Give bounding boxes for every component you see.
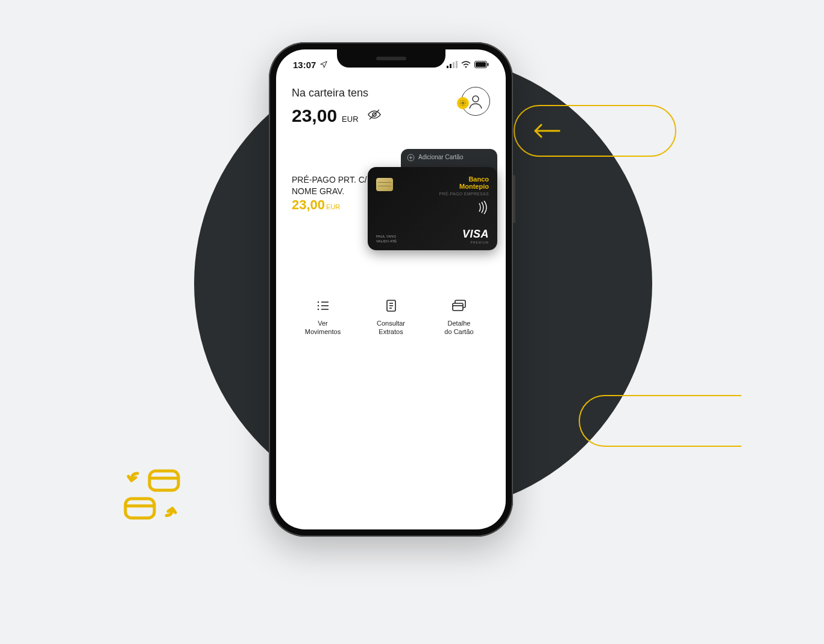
card-network-sub: PREMIUM — [462, 241, 489, 244]
cards-icon — [451, 298, 467, 313]
action-label: Detalhe — [448, 320, 471, 327]
action-label-2: do Cartão — [444, 328, 473, 335]
svg-rect-11 — [488, 63, 489, 66]
wifi-icon — [461, 61, 471, 68]
svg-rect-30 — [453, 303, 463, 311]
svg-rect-4 — [447, 66, 448, 68]
svg-rect-5 — [450, 64, 451, 68]
svg-rect-2 — [125, 499, 154, 518]
card-visual[interactable]: Banco Montepio PRÉ-PAGO EMPRESAS PAUL YA… — [368, 167, 497, 250]
contactless-icon — [478, 201, 489, 214]
svg-point-14 — [473, 96, 479, 102]
card-amount-currency: EUR — [326, 203, 340, 210]
add-card-label: Adicionar Cartão — [418, 154, 463, 160]
svg-point-20 — [317, 305, 318, 306]
card-brand-sub: PRÉ-PAGO EMPRESAS — [439, 192, 489, 196]
battery-icon — [474, 61, 489, 68]
callout-pill-bottom — [579, 395, 741, 447]
phone-screen: 13:07 Na carteira tens 23,00 EUR — [276, 49, 506, 529]
status-time: 13:07 — [293, 60, 316, 70]
phone-notch — [337, 49, 445, 68]
card-holder-line1: PAUL YANG — [376, 235, 397, 239]
profile-button[interactable] — [461, 87, 490, 116]
svg-rect-6 — [453, 62, 454, 68]
callout-pill-top — [514, 105, 676, 157]
plus-circle-icon — [407, 154, 415, 162]
action-label: Consultar — [377, 320, 405, 327]
card-chip-icon — [376, 178, 393, 191]
gear-icon — [459, 99, 467, 107]
action-label-2: Extratos — [379, 328, 403, 335]
action-card-details[interactable]: Detalhedo Cartão — [432, 298, 486, 336]
location-icon — [319, 60, 328, 69]
arrow-left-icon — [533, 122, 561, 139]
svg-point-19 — [317, 301, 318, 303]
svg-point-21 — [317, 309, 318, 310]
action-label: Ver — [318, 320, 328, 327]
svg-rect-0 — [149, 471, 178, 490]
card-network: VISA — [462, 228, 489, 241]
card-brand-line2: Montepio — [439, 183, 489, 190]
wallet-currency: EUR — [342, 115, 358, 124]
svg-rect-10 — [476, 62, 486, 67]
settings-badge[interactable] — [457, 97, 469, 109]
action-label-2: Movimentos — [305, 328, 341, 335]
card-holder-line2: VALIDO ATÉ — [376, 239, 397, 244]
wallet-amount: 23,00 — [292, 106, 337, 126]
phone-side-button — [513, 175, 515, 223]
card-amount: 23,00 — [292, 197, 325, 212]
toggle-visibility-button[interactable] — [367, 107, 382, 124]
card-transfer-icon — [122, 467, 182, 524]
phone-frame: 13:07 Na carteira tens 23,00 EUR — [269, 42, 513, 537]
action-consult-statements[interactable]: ConsultarExtratos — [364, 298, 418, 336]
svg-point-8 — [465, 66, 467, 68]
list-icon — [316, 298, 330, 313]
svg-rect-7 — [456, 61, 458, 68]
svg-point-15 — [462, 103, 464, 104]
person-icon — [467, 92, 485, 110]
document-icon — [384, 298, 398, 313]
cell-signal-icon — [447, 61, 458, 68]
action-view-movements[interactable]: VerMovimentos — [296, 298, 350, 336]
wallet-label: Na carteira tens — [292, 87, 382, 99]
card-brand-line1: Banco — [439, 175, 489, 183]
card-product-name: PRÉ-PAGO PRT. C/ NOME GRAV. — [292, 174, 379, 197]
eye-off-icon — [367, 107, 382, 122]
